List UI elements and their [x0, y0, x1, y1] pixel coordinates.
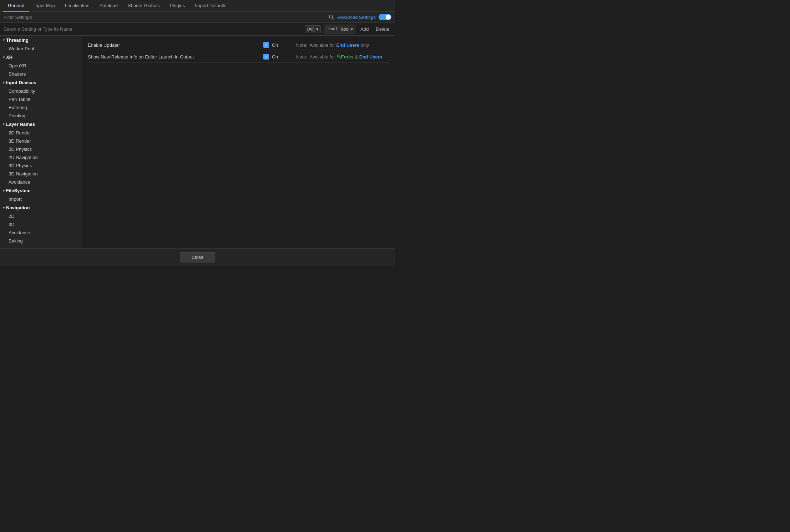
sidebar-item-3d-physics[interactable]: 3D Physics	[0, 162, 82, 170]
setting-row-release-info: Show New Release Info on Editor Launch i…	[88, 51, 389, 63]
sidebar-navigation-label: Navigation	[6, 205, 30, 210]
sidebar-item-compatibility[interactable]: Compatibility	[0, 87, 82, 95]
main-area: ▾ Threading Worker Pool ▾ XR OpenXR Shad…	[0, 36, 395, 248]
type-badge: bool	[326, 26, 340, 32]
forks-keyword: Forks	[341, 54, 354, 60]
sidebar-section-navigation[interactable]: ▾ Navigation	[0, 203, 82, 212]
sidebar-item-2d-navigation[interactable]: 2D Navigation	[0, 153, 82, 162]
tab-localization[interactable]: Localization	[60, 0, 95, 12]
type-chevron-icon: ▾	[351, 27, 353, 32]
sidebar-item-2d-render[interactable]: 2D Render	[0, 129, 82, 137]
search-icon[interactable]	[329, 14, 334, 20]
sidebar-item-import[interactable]: Import	[0, 195, 82, 203]
sidebar-item-2d-physics[interactable]: 2D Physics	[0, 145, 82, 153]
chevron-down-icon: ▾	[3, 55, 5, 59]
sidebar-item-nav-baking[interactable]: Baking	[0, 237, 82, 245]
chevron-down-icon: ▾	[3, 206, 5, 210]
sidebar: ▾ Threading Worker Pool ▾ XR OpenXR Shad…	[0, 36, 82, 248]
sidebar-item-pen-tablet[interactable]: Pen Tablet	[0, 95, 82, 103]
close-button[interactable]: Close	[180, 252, 215, 262]
sidebar-item-nav-2d[interactable]: 2D	[0, 212, 82, 220]
top-tab-bar: General Input Map Localization Autoload …	[0, 0, 395, 12]
footer: Close	[0, 248, 395, 266]
sidebar-input-devices-label: Input Devices	[6, 80, 36, 85]
tab-import-defaults[interactable]: Import Defaults	[190, 0, 231, 12]
sidebar-section-phantom-camera[interactable]: ▾ Phantom Camera	[0, 245, 82, 248]
sidebar-item-3d-render[interactable]: 3D Render	[0, 137, 82, 145]
sidebar-item-avoidance[interactable]: Avoidance	[0, 178, 82, 186]
sidebar-section-layer-names[interactable]: ▾ Layer Names	[0, 120, 82, 129]
content-area: Enable Updater ✓ On Note: Available for …	[82, 36, 395, 248]
sidebar-xr-label: XR	[6, 55, 12, 60]
sidebar-threading-label: Threading	[6, 37, 29, 43]
sidebar-section-filesystem[interactable]: ▾ FileSystem	[0, 186, 82, 195]
sidebar-section-input-devices[interactable]: ▾ Input Devices	[0, 78, 82, 87]
filter-settings-label: Filter Settings	[4, 15, 326, 20]
end-users-keyword2: End Users	[359, 54, 382, 60]
enable-updater-checkbox[interactable]: ✓	[263, 42, 269, 48]
tab-shader-globals[interactable]: Shader Globals	[123, 0, 165, 12]
sidebar-item-openxr[interactable]: OpenXR	[0, 62, 82, 70]
tab-autoload[interactable]: Autoload	[95, 0, 123, 12]
tab-plugins[interactable]: Plugins	[165, 0, 190, 12]
chevron-down-icon: ▾	[3, 81, 5, 85]
chevron-down-icon: ▾	[3, 247, 5, 248]
sidebar-item-buffering[interactable]: Buffering	[0, 103, 82, 112]
release-info-note: Note: Available for ⛏Forks & End Users	[296, 54, 382, 60]
setting-name-release-info: Show New Release Info on Editor Launch i…	[88, 54, 259, 60]
forks-icon: ⛏	[336, 54, 341, 60]
svg-line-1	[332, 18, 334, 19]
enable-updater-checkbox-wrap: ✓ On	[263, 42, 292, 48]
toggle-knob	[386, 15, 391, 20]
tab-general[interactable]: General	[3, 0, 29, 12]
category-select[interactable]: (All) ▾	[305, 25, 321, 33]
sidebar-item-pointing[interactable]: Pointing	[0, 112, 82, 120]
sidebar-section-xr[interactable]: ▾ XR	[0, 53, 82, 62]
delete-button[interactable]: Delete	[374, 26, 391, 32]
sidebar-section-threading[interactable]: ▾ Threading	[0, 36, 82, 45]
category-chevron-icon: ▾	[316, 27, 318, 32]
sidebar-filesystem-label: FileSystem	[6, 188, 31, 193]
filter-bar: Filter Settings Advanced Settings	[0, 12, 395, 23]
enable-updater-value: On	[272, 42, 278, 48]
sidebar-item-shaders[interactable]: Shaders	[0, 70, 82, 78]
type-label: bool	[341, 27, 350, 32]
setting-row-enable-updater: Enable Updater ✓ On Note: Available for …	[88, 39, 389, 51]
release-info-value: On	[272, 54, 278, 60]
chevron-down-icon: ▾	[3, 38, 5, 42]
sidebar-item-nav-3d[interactable]: 3D	[0, 220, 82, 229]
release-info-checkbox-wrap: ✓ On	[263, 54, 292, 60]
advanced-settings-label: Advanced Settings	[337, 15, 376, 20]
sidebar-phantom-camera-label: Phantom Camera	[6, 247, 44, 248]
add-button[interactable]: Add	[358, 26, 371, 32]
enable-updater-note: Note: Available for End Users only	[296, 42, 369, 48]
sidebar-item-worker-pool[interactable]: Worker Pool	[0, 45, 82, 53]
sidebar-layer-names-label: Layer Names	[6, 122, 35, 127]
type-select[interactable]: bool bool ▾	[324, 25, 355, 34]
search-input[interactable]	[4, 26, 302, 32]
category-value: (All)	[307, 27, 315, 32]
chevron-down-icon: ▾	[3, 122, 5, 126]
search-row: (All) ▾ bool bool ▾ Add Delete	[0, 23, 395, 36]
chevron-down-icon: ▾	[3, 189, 5, 193]
sidebar-item-3d-navigation[interactable]: 3D Navigation	[0, 170, 82, 178]
release-info-checkbox[interactable]: ✓	[263, 54, 269, 60]
setting-name-enable-updater: Enable Updater	[88, 42, 259, 48]
advanced-settings-toggle[interactable]	[379, 14, 391, 20]
sidebar-item-nav-avoidance[interactable]: Avoidance	[0, 229, 82, 237]
tab-input-map[interactable]: Input Map	[29, 0, 60, 12]
end-users-keyword: End Users	[336, 42, 359, 48]
